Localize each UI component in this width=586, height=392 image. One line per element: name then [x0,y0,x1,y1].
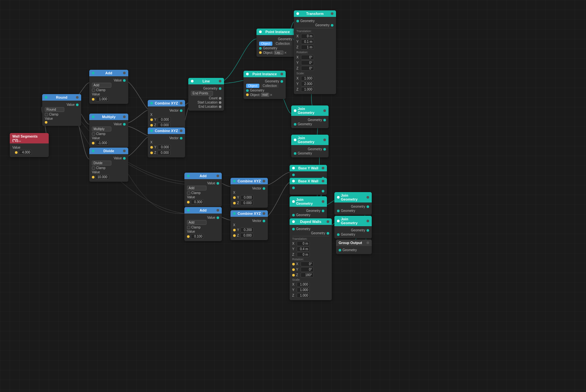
join-geo5-node: Join Geometry Geometry Geometry [334,216,372,239]
duped-walls-sx[interactable]: 1.000 [297,282,310,287]
base-x-wall-header: Base X Wall [290,178,327,184]
combine-xyz4-z[interactable]: 0.000 [240,233,253,238]
transform-header: Transform [294,10,336,17]
multiply-title: Multiply [102,115,116,119]
join-geo4-title: Join Geometry [341,193,365,201]
line-header: Line [188,78,224,84]
join-geo2-node: Join Geometry Geometry Geometry [291,135,329,157]
combine-xyz3-y[interactable]: 0.000 [241,195,254,200]
transform-sx[interactable]: 1.000 [301,76,314,81]
base-x-wall-title: Base X Wall [298,179,318,183]
transform-title: Transform [306,12,324,16]
divide-value[interactable]: 10.000 [96,175,109,179]
divide-node: Divide Value Divide Clamp Value 10.000 [89,148,128,182]
multiply-node: Multiply Value Multiply Clamp Value -1.0… [89,114,128,148]
add2-mode[interactable]: Add [187,186,206,190]
multiply-value[interactable]: -1.000 [96,141,109,145]
divide-mode[interactable]: Divide [92,161,111,165]
combine-xyz4-y[interactable]: 0.200 [241,227,254,232]
join-geo4-node: Join Geometry Geometry Geometry [334,192,372,215]
group-output-header: Group Output [336,239,372,246]
duped-walls-tz[interactable]: 0 m [297,252,310,257]
add1-node: Add Value Add Clamp Value 1.000 [89,70,128,104]
add3-mode[interactable]: Add [187,220,206,225]
transform-rx[interactable]: 0° [301,55,314,60]
join-geo3-title: Join Geometry [296,198,320,205]
line-mode[interactable]: End Points [191,91,213,96]
transform-rz[interactable]: 0° [301,66,314,71]
round-node: Round Value Round Clamp Value [42,94,81,126]
transform-sz[interactable]: 1.000 [301,87,314,92]
duped-walls-sy[interactable]: 1.000 [297,288,310,292]
combine-xyz2-z[interactable]: 0.000 [157,150,170,155]
join-geo2-header: Join Geometry [291,135,329,145]
transform-sy[interactable]: 2.000 [301,81,314,86]
add1-mode[interactable]: Add [92,83,111,88]
join-geo1-title: Join Geometry [298,107,322,115]
point-instance1-node: Point Instance Geometry Object Collectio… [256,29,299,57]
add2-value[interactable]: 0.300 [191,200,204,204]
point-instance2-header: Point Instance [243,71,286,77]
add1-title: Add [105,71,112,75]
transform-ry[interactable]: 0° [301,60,314,65]
round-title: Round [56,95,68,99]
join-geo3-header: Join Geometry [290,196,327,207]
add3-value[interactable]: 0.100 [191,234,204,239]
join-geo1-header: Join Geometry [291,105,329,116]
transform-node: Transform Geometry Geometry Translation:… [294,10,336,94]
combine-xyz1-y[interactable]: 0.000 [158,117,171,122]
wall-segments-value[interactable]: 4.000 [19,150,32,155]
join-geo5-title: Join Geometry [341,217,365,225]
combine-xyz2-y[interactable]: 0.000 [158,145,171,150]
duped-walls-rz[interactable]: 180° [301,273,314,277]
duped-walls-sz[interactable]: 1.000 [297,293,310,298]
combine-xyz4-node: Combine XYZ Vector X Y0.200 Z0.000 [231,210,268,240]
multiply-mode[interactable]: Multiply [92,127,111,131]
join-geo1-node: Join Geometry Geometry Geometry [291,105,329,128]
add1-header: Add [89,70,128,76]
transform-tx[interactable]: 0 m [301,34,314,39]
round-mode[interactable]: Round [45,107,64,112]
point-instance2-collection-tab[interactable]: Collection [261,84,279,88]
combine-xyz3-title: Combine XYZ [238,179,261,183]
divide-title: Divide [103,149,114,153]
join-geo2-title: Join Geometry [298,136,322,144]
join-geo4-header: Join Geometry [334,192,372,202]
group-output-title: Group Output [339,241,362,245]
line-title: Line [203,79,210,83]
point-instance1-collection-tab[interactable]: Collection [274,42,292,46]
point-instance2-title: Point Instance [252,72,277,76]
transform-ty[interactable]: 0.1 m [301,39,314,44]
point-instance1-header: Point Instance [256,29,299,35]
duped-walls-ty[interactable]: 0.4 m [297,247,310,251]
transform-tz[interactable]: 1 m [301,45,314,50]
combine-xyz1-z[interactable]: 0.000 [157,123,170,128]
add1-value[interactable]: 1.000 [96,97,109,102]
duped-walls-rx[interactable]: 0° [301,262,314,266]
divide-header: Divide [89,148,128,154]
combine-xyz2-title: Combine XYZ [155,129,178,133]
point-instance2-object-tab[interactable]: Object [246,84,259,88]
combine-xyz3-node: Combine XYZ Vector X Y0.000 Z0.000 [231,178,268,208]
point-instance1-title: Point Instance [265,30,290,34]
base-y-wall-title: Base Y Wall [298,166,318,170]
add3-node: Add Value Add Clamp Value 0.100 [184,207,222,241]
combine-xyz1-header: Combine XYZ [148,100,185,106]
base-y-wall-header: Base Y Wall [290,165,327,171]
duped-walls-ry[interactable]: 0° [301,267,314,272]
add2-header: Add [184,173,222,179]
group-output-node: Group Output Geometry [336,239,372,254]
wall-segments-title: Wall Segments (*2)... [12,134,46,142]
line-node: Line Geometry End Points Count Start Loc… [188,78,224,111]
add2-node: Add Value Add Clamp Value 0.300 [184,173,222,207]
point-instance1-object-tab[interactable]: Object [259,42,272,46]
combine-xyz3-z[interactable]: 0.000 [240,201,253,205]
duped-walls-header: Duped Walls [290,218,332,225]
combine-xyz1-node: Combine XYZ Vector X Y0.000 Z0.000 [148,100,185,130]
combine-xyz4-title: Combine XYZ [238,212,261,215]
point-instance2-node: Point Instance Geometry Object Collectio… [243,71,286,99]
duped-walls-tx[interactable]: 0 m [297,241,310,246]
combine-xyz2-node: Combine XYZ Vector X Y0.000 Z0.000 [148,128,185,157]
duped-walls-node: Duped Walls Geometry Geometry Translatio… [290,218,332,300]
add2-title: Add [200,174,206,178]
